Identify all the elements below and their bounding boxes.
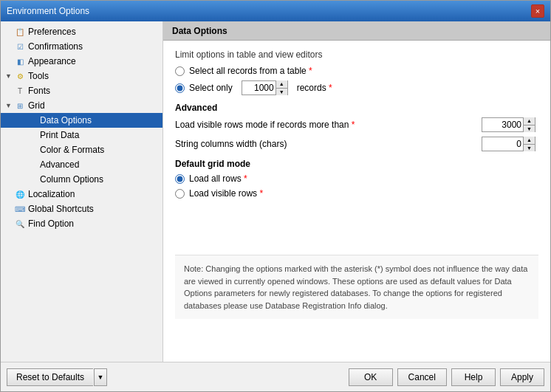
field1-spinner: ▲ ▼: [482, 117, 535, 132]
window-title: Environment Options: [7, 6, 89, 16]
records-label: records *: [297, 83, 332, 93]
sidebar-label-appearance: Appearance: [28, 56, 76, 66]
radio-select-only-row: Select only ▲ ▼ records *: [175, 80, 538, 95]
sidebar-label-grid: Grid: [28, 100, 45, 111]
icon-global-shortcuts: ⌨: [14, 203, 26, 215]
icon-find-option: 🔍: [14, 218, 26, 230]
panel-title: Data Options: [172, 26, 227, 36]
grid-radio-all-rows[interactable]: [175, 174, 185, 184]
title-bar: Environment Options ×: [1, 1, 550, 21]
radio-select-only-label[interactable]: Select only: [189, 83, 233, 93]
radio-all-records[interactable]: [175, 66, 185, 76]
field1-spinner-buttons: ▲ ▼: [523, 117, 535, 132]
footer: Reset to Defaults ▼ OK Cancel Help Apply: [1, 362, 550, 391]
close-button[interactable]: ×: [531, 4, 544, 18]
asterisk4: *: [244, 173, 247, 184]
select-only-input[interactable]: [242, 81, 276, 94]
radio-all-label[interactable]: Select all records from a table *: [189, 66, 312, 76]
help-button[interactable]: Help: [451, 368, 496, 386]
sidebar-item-grid[interactable]: ▼⊞Grid: [1, 98, 162, 113]
main-panel: Data Options Limit options in table and …: [163, 21, 550, 362]
sidebar-label-find-option: Find Option: [28, 219, 74, 229]
sidebar-item-color-formats[interactable]: Color & Formats: [1, 142, 162, 157]
sidebar-label-localization: Localization: [28, 189, 75, 199]
field-string-width-row: String columns width (chars) ▲ ▼: [175, 137, 538, 151]
sidebar-item-advanced[interactable]: Advanced: [1, 157, 162, 172]
icon-column-options: [26, 173, 38, 185]
footer-left: Reset to Defaults ▼: [7, 368, 107, 386]
sidebar-label-column-options: Column Options: [40, 174, 103, 185]
asterisk3: *: [352, 120, 355, 130]
field1-input[interactable]: [482, 118, 523, 131]
limit-label: Limit options in table and view editors: [175, 49, 538, 60]
panel-header: Data Options: [163, 21, 550, 41]
apply-button[interactable]: Apply: [500, 368, 544, 386]
field1-spin-down[interactable]: ▼: [524, 125, 535, 133]
grid-radio-visible-rows[interactable]: [175, 189, 185, 199]
environment-options-window: Environment Options × 📋Preferences☑Confi…: [0, 0, 551, 392]
icon-appearance: ◧: [14, 55, 26, 67]
sidebar-item-appearance[interactable]: ◧Appearance: [1, 54, 162, 69]
field1-control: ▲ ▼: [482, 117, 535, 132]
field-load-visible-row: Load visible rows mode if records more t…: [175, 117, 538, 132]
note-box: Note: Changing the options marked with t…: [175, 255, 538, 319]
icon-grid: ⊞: [14, 100, 26, 111]
icon-print-data: [26, 129, 38, 141]
sidebar-item-global-shortcuts[interactable]: ⌨Global Shortcuts: [1, 202, 162, 216]
grid-radio-visible-rows-row: Load visible rows *: [175, 188, 538, 199]
sidebar-label-tools: Tools: [28, 71, 49, 81]
spinner-buttons: ▲ ▼: [276, 80, 287, 95]
sidebar-label-fonts: Fonts: [28, 86, 50, 96]
sidebar-item-data-options[interactable]: Data Options: [1, 113, 162, 128]
icon-fonts: T: [14, 85, 26, 97]
grid-radio-all-rows-row: Load all rows *: [175, 173, 538, 184]
field2-spin-up[interactable]: ▲: [524, 137, 535, 145]
footer-right: OK Cancel Help Apply: [349, 368, 544, 386]
asterisk1: *: [309, 66, 312, 76]
reset-defaults-arrow[interactable]: ▼: [94, 368, 107, 386]
icon-tools: ⚙: [14, 70, 26, 82]
spinner-down[interactable]: ▼: [276, 89, 287, 96]
sidebar-item-column-options[interactable]: Column Options: [1, 172, 162, 187]
sidebar-label-preferences: Preferences: [28, 27, 76, 37]
icon-advanced: [26, 159, 38, 171]
grid-radio-all-label[interactable]: Load all rows *: [189, 173, 247, 184]
field2-control: ▲ ▼: [482, 137, 535, 151]
expander-tools: ▼: [5, 72, 14, 80]
sidebar-label-confirmations: Confirmations: [28, 41, 83, 52]
field2-input[interactable]: [482, 137, 523, 151]
field2-spinner-buttons: ▲ ▼: [523, 137, 535, 151]
asterisk2: *: [329, 83, 332, 93]
sidebar-label-data-options: Data Options: [40, 115, 92, 125]
sidebar-item-localization[interactable]: 🌐Localization: [1, 187, 162, 202]
field2-spin-down[interactable]: ▼: [524, 145, 535, 152]
grid-mode-section-title: Default grid mode: [175, 159, 538, 169]
content-area: 📋Preferences☑Confirmations◧Appearance▼⚙T…: [1, 21, 550, 362]
icon-preferences: 📋: [14, 26, 26, 38]
icon-localization: 🌐: [14, 188, 26, 200]
radio-select-only[interactable]: [175, 83, 185, 93]
panel-content: Limit options in table and view editors …: [163, 41, 550, 362]
field2-spinner: ▲ ▼: [482, 137, 535, 151]
sidebar-item-fonts[interactable]: TFonts: [1, 83, 162, 98]
field1-spin-up[interactable]: ▲: [524, 117, 535, 125]
cancel-button[interactable]: Cancel: [397, 368, 447, 386]
sidebar-item-find-option[interactable]: 🔍Find Option: [1, 216, 162, 231]
grid-radio-visible-label[interactable]: Load visible rows *: [189, 188, 263, 199]
sidebar-item-confirmations[interactable]: ☑Confirmations: [1, 39, 162, 54]
sidebar-item-preferences[interactable]: 📋Preferences: [1, 24, 162, 39]
reset-defaults-button[interactable]: Reset to Defaults: [7, 368, 93, 386]
field2-label: String columns width (chars): [175, 139, 482, 149]
sidebar-label-color-formats: Color & Formats: [40, 145, 104, 155]
spinner-up[interactable]: ▲: [276, 80, 287, 89]
sidebar-label-advanced: Advanced: [40, 159, 79, 170]
sidebar-item-tools[interactable]: ▼⚙Tools: [1, 69, 162, 83]
field1-label: Load visible rows mode if records more t…: [175, 120, 482, 130]
icon-data-options: [26, 114, 38, 126]
expander-grid: ▼: [5, 102, 14, 109]
icon-confirmations: ☑: [14, 41, 26, 52]
icon-color-formats: [26, 144, 38, 156]
sidebar-item-print-data[interactable]: Print Data: [1, 128, 162, 142]
sidebar-label-print-data: Print Data: [40, 130, 79, 140]
ok-button[interactable]: OK: [349, 368, 393, 386]
